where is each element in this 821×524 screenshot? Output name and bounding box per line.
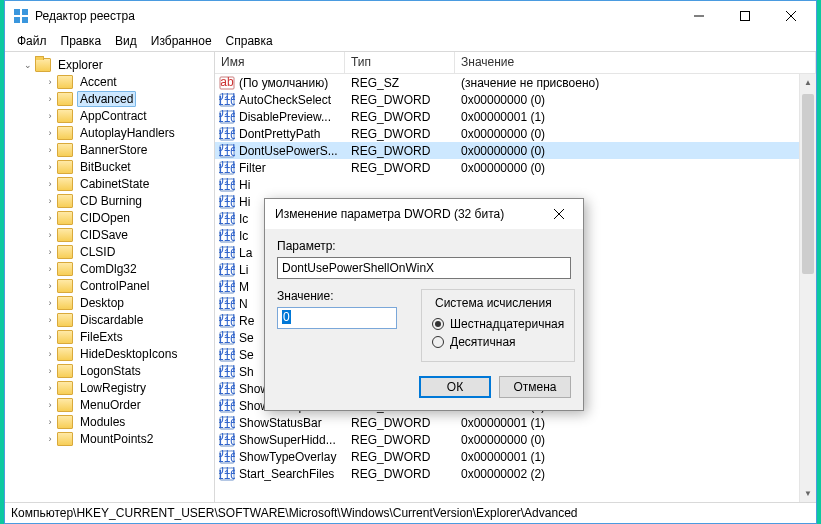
tree-label: AppContract [77,109,150,123]
menu-favorites[interactable]: Избранное [145,32,218,50]
expand-icon[interactable]: › [45,145,55,155]
dialog-titlebar[interactable]: Изменение параметра DWORD (32 бита) [265,199,583,229]
tree-pane[interactable]: ⌄Explorer›Accent›Advanced›AppContract›Au… [5,52,215,502]
scroll-up-icon[interactable]: ▲ [800,74,816,91]
svg-text:110: 110 [219,196,235,209]
collapse-icon[interactable]: ⌄ [23,60,33,70]
list-row[interactable]: 011110ShowTypeOverlayREG_DWORD0x00000001… [215,448,816,465]
tree-item[interactable]: ›ComDlg32 [5,260,214,277]
expand-icon[interactable]: › [45,349,55,359]
expand-icon[interactable]: › [45,383,55,393]
tree-item[interactable]: ›CD Burning [5,192,214,209]
tree-item[interactable]: ›FileExts [5,328,214,345]
titlebar[interactable]: Редактор реестра [5,1,816,31]
expand-icon[interactable]: › [45,417,55,427]
value-field[interactable]: 0 [277,307,397,329]
tree-item[interactable]: ›LogonStats [5,362,214,379]
col-header-value[interactable]: Значение [455,52,816,73]
value-type: REG_DWORD [345,144,455,158]
tree-item[interactable]: ›MenuOrder [5,396,214,413]
expand-icon[interactable]: › [45,281,55,291]
minimize-button[interactable] [676,2,722,30]
list-row[interactable]: 011110AutoCheckSelectREG_DWORD0x00000000… [215,91,816,108]
binary-value-icon: 011110 [219,433,235,447]
menu-edit[interactable]: Правка [55,32,108,50]
tree-label: Discardable [77,313,146,327]
tree-item[interactable]: ›MountPoints2 [5,430,214,447]
list-row[interactable]: 011110Start_SearchFilesREG_DWORD0x000000… [215,465,816,482]
expand-icon[interactable]: › [45,196,55,206]
expand-icon[interactable]: › [45,230,55,240]
svg-text:110: 110 [219,264,235,277]
tree-item[interactable]: ›AutoplayHandlers [5,124,214,141]
expand-icon[interactable]: › [45,400,55,410]
cancel-button[interactable]: Отмена [499,376,571,398]
expand-icon[interactable]: › [45,366,55,376]
expand-icon[interactable]: › [45,332,55,342]
expand-icon[interactable]: › [45,315,55,325]
list-row[interactable]: ab(По умолчанию)REG_SZ(значение не присв… [215,74,816,91]
tree-item[interactable]: ›BitBucket [5,158,214,175]
list-row[interactable]: 011110DontUsePowerS...REG_DWORD0x0000000… [215,142,816,159]
tree-item[interactable]: ›Discardable [5,311,214,328]
tree-item[interactable]: ›Desktop [5,294,214,311]
menu-view[interactable]: Вид [109,32,143,50]
expand-icon[interactable]: › [45,162,55,172]
expand-icon[interactable]: › [45,94,55,104]
close-button[interactable] [768,2,814,30]
radix-dec-radio[interactable]: Десятичная [432,333,564,351]
expand-icon[interactable]: › [45,247,55,257]
expand-icon[interactable]: › [45,298,55,308]
col-header-type[interactable]: Тип [345,52,455,73]
expand-icon[interactable]: › [45,111,55,121]
scroll-thumb[interactable] [802,94,814,274]
tree-item[interactable]: ›CabinetState [5,175,214,192]
tree-item[interactable]: ⌄Explorer [5,56,214,73]
expand-icon[interactable]: › [45,128,55,138]
folder-icon [57,177,73,191]
binary-value-icon: 011110 [219,348,235,362]
tree-item[interactable]: ›CLSID [5,243,214,260]
ok-button[interactable]: ОК [419,376,491,398]
tree-item[interactable]: ›BannerStore [5,141,214,158]
tree-item[interactable]: ›Modules [5,413,214,430]
folder-icon [57,194,73,208]
menu-file[interactable]: Файл [11,32,53,50]
value-name: DontUsePowerS... [239,144,338,158]
tree-item[interactable]: ›CIDOpen [5,209,214,226]
list-row[interactable]: 011110ShowStatusBarREG_DWORD0x00000001 (… [215,414,816,431]
svg-text:110: 110 [219,230,235,243]
expand-icon[interactable]: › [45,179,55,189]
list-scrollbar[interactable]: ▲ ▼ [799,74,816,502]
value-name: Se [239,331,254,345]
value-data: 0x00000001 (1) [455,450,816,464]
tree-item[interactable]: ›HideDesktopIcons [5,345,214,362]
tree-label: Modules [77,415,128,429]
tree-item[interactable]: ›AppContract [5,107,214,124]
list-row[interactable]: 011110ShowSuperHidd...REG_DWORD0x0000000… [215,431,816,448]
value-data: 0x00000000 (0) [455,433,816,447]
scroll-down-icon[interactable]: ▼ [800,485,816,502]
radix-hex-radio[interactable]: Шестнадцатеричная [432,315,564,333]
tree-item[interactable]: ›ControlPanel [5,277,214,294]
expand-icon[interactable]: › [45,264,55,274]
col-header-name[interactable]: Имя [215,52,345,73]
dialog-close-button[interactable] [539,201,579,227]
binary-value-icon: 011110 [219,246,235,260]
expand-icon[interactable]: › [45,434,55,444]
list-row[interactable]: 011110Hi [215,176,816,193]
tree-item[interactable]: ›Accent [5,73,214,90]
tree-item[interactable]: ›LowRegistry [5,379,214,396]
binary-value-icon: 011110 [219,212,235,226]
expand-icon[interactable]: › [45,213,55,223]
menu-help[interactable]: Справка [220,32,279,50]
svg-text:110: 110 [219,298,235,311]
tree-item[interactable]: ›Advanced [5,90,214,107]
maximize-button[interactable] [722,2,768,30]
list-row[interactable]: 011110FilterREG_DWORD0x00000000 (0) [215,159,816,176]
expand-icon[interactable]: › [45,77,55,87]
tree-item[interactable]: ›CIDSave [5,226,214,243]
list-row[interactable]: 011110DontPrettyPathREG_DWORD0x00000000 … [215,125,816,142]
list-row[interactable]: 011110DisablePreview...REG_DWORD0x000000… [215,108,816,125]
param-name-field[interactable] [277,257,571,279]
